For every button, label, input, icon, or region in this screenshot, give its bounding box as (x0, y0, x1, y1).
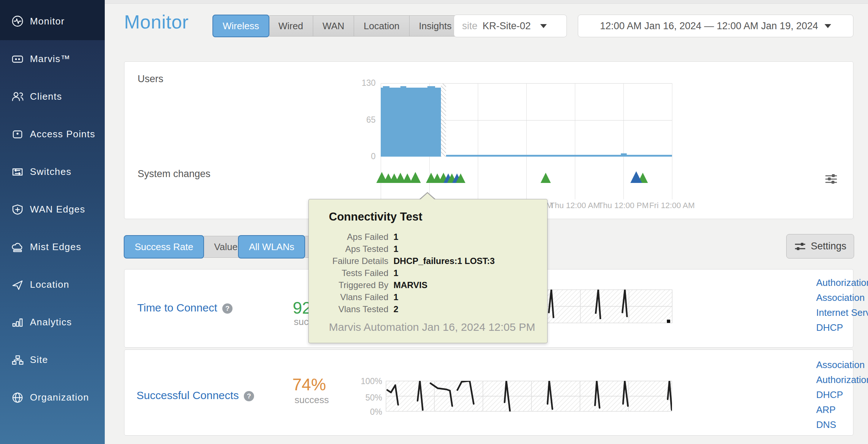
monitor-tab-group: WirelessWiredWANLocationInsights (213, 15, 461, 37)
tooltip-title: Connectivity Test (329, 210, 547, 223)
grid-line (623, 83, 624, 199)
metric-label[interactable]: DNS (816, 419, 836, 430)
users-bar (381, 88, 441, 157)
tab-wired[interactable]: Wired (269, 15, 313, 37)
users-bar-bump (383, 86, 389, 88)
toggle-success-rate[interactable]: Success Rate (124, 235, 204, 259)
system-change-marker-green[interactable] (456, 173, 465, 183)
tooltip-row-label: Aps Tested (309, 243, 388, 255)
metric-row-association: Association6% (816, 290, 868, 305)
tooltip-row-label: Triggered By (309, 279, 388, 291)
sidebar-item-label: Analytics (30, 317, 72, 328)
site-selector-value: KR-Site-02 (483, 20, 531, 32)
site-selector[interactable]: site KR-Site-02 (454, 15, 567, 37)
tab-location[interactable]: Location (354, 15, 409, 37)
date-range-selector[interactable]: 12:00 AM Jan 16, 2024 — 12:00 AM Jan 19,… (578, 15, 853, 37)
time-to-connect-link[interactable]: Time to Connect? (137, 302, 233, 314)
toggle-all-wlans[interactable]: All WLANs (238, 235, 305, 259)
sidebar-item-label: Monitor (30, 16, 65, 27)
tab-wan[interactable]: WAN (313, 15, 354, 37)
monitor-icon (11, 15, 24, 28)
system-changes-label: System changes (138, 168, 211, 180)
site-icon (11, 353, 24, 367)
y-axis-tick: 0 (350, 152, 376, 161)
location-icon (11, 278, 24, 291)
metric-label[interactable]: Association (816, 292, 865, 303)
x-axis-tick: Thu 12:00 PM (598, 201, 649, 210)
tooltip-row-label: Vlans Failed (309, 291, 388, 303)
successful-connects-sparkline[interactable] (386, 381, 672, 412)
users-chart[interactable]: 130650Tue 12:00 AMTue 12:00 PMWed 12:00 … (381, 83, 672, 199)
sidebar-item-clients[interactable]: Clients (0, 78, 105, 115)
system-change-marker-blue[interactable] (630, 171, 642, 183)
sidebar-item-label: Site (30, 354, 48, 365)
metric-label[interactable]: ARP (816, 404, 836, 416)
system-change-marker-green[interactable] (541, 173, 551, 183)
tab-wireless[interactable]: Wireless (212, 15, 269, 37)
chevron-down-icon (540, 24, 547, 28)
sidebar-item-monitor[interactable]: Monitor (0, 0, 105, 40)
tooltip-row-label: Aps Failed (309, 231, 388, 243)
successful-connects-value: 74% (292, 375, 326, 394)
sidebar-item-site[interactable]: Site (0, 341, 105, 379)
system-change-marker-green[interactable] (410, 172, 421, 183)
sidebar-item-marvis[interactable]: Marvis™ (0, 40, 105, 78)
sidebar-item-label: Marvis™ (30, 53, 70, 65)
date-range-value: 12:00 AM Jan 16, 2024 — 12:00 AM Jan 19,… (600, 20, 818, 32)
rate-toggle-group: Success RateValues (124, 236, 253, 258)
settings-button-label: Settings (811, 241, 846, 252)
sidebar-item-location[interactable]: Location (0, 266, 105, 303)
mist-edges-icon (11, 241, 24, 254)
x-axis-tick: Fri 12:00 AM (649, 201, 695, 210)
metric-row-authorization: Authorization< 1% (816, 372, 868, 387)
help-icon[interactable]: ? (244, 391, 254, 401)
sidebar: MonitorMarvis™ClientsAccess PointsSwitch… (0, 0, 105, 444)
connectivity-test-tooltip: Connectivity Test Aps Failed1Aps Tested1… (308, 199, 548, 343)
sidebar-item-wan-edges[interactable]: WAN Edges (0, 191, 105, 228)
metric-label[interactable]: Internet Services (816, 307, 868, 318)
spark-ytick-50: 50% (357, 393, 382, 403)
metric-row-dns: DNS< 1% (816, 417, 868, 432)
grid-line (672, 83, 672, 199)
users-flat-line (446, 155, 672, 157)
no-data-hatch (441, 83, 446, 157)
sidebar-item-mist-edges[interactable]: Mist Edges (0, 228, 105, 266)
tooltip-caret-fill (420, 193, 434, 199)
metric-label[interactable]: DHCP (816, 322, 843, 333)
metric-label[interactable]: Authorization (816, 374, 868, 386)
settings-button[interactable]: Settings (786, 234, 854, 259)
metric-row-dhcp: DHCP94% (816, 320, 868, 335)
metric-label[interactable]: Association (816, 359, 865, 371)
organization-icon (11, 391, 24, 404)
site-selector-prefix: site (462, 20, 477, 32)
metric-label[interactable]: DHCP (816, 389, 843, 401)
sidebar-item-organization[interactable]: Organization (0, 379, 105, 416)
grid-line (526, 83, 527, 199)
y-axis-tick: 130 (350, 78, 376, 88)
page-title: Monitor (124, 11, 189, 33)
metric-row-association: Association0% (816, 357, 868, 372)
grid-line (575, 83, 575, 199)
sidebar-item-label: WAN Edges (30, 204, 85, 215)
sidebar-item-label: Organization (30, 392, 89, 403)
help-icon[interactable]: ? (222, 303, 233, 314)
tooltip-row-label: Vlans Tested (309, 303, 388, 315)
successful-connects-link[interactable]: Successful Connects? (137, 389, 254, 402)
sliders-icon (794, 241, 806, 252)
tooltip-rows: Aps Failed1Aps Tested1Failure DetailsDHC… (309, 231, 547, 315)
tooltip-row-value: 1 (393, 231, 547, 243)
metric-label[interactable]: Authorization (816, 277, 868, 288)
sidebar-item-analytics[interactable]: Analytics (0, 303, 105, 341)
sidebar-item-switches[interactable]: Switches (0, 153, 105, 191)
successful-connects-panel: Successful Connects? 74% success 100% 50… (124, 349, 853, 436)
tooltip-row-value: 1 (393, 267, 547, 279)
sparkline-svg (386, 381, 672, 412)
sidebar-item-label: Switches (30, 166, 72, 177)
sidebar-item-label: Clients (30, 91, 62, 102)
wlan-toggle-group: All WLANs (238, 236, 316, 258)
tooltip-row-label: Tests Failed (309, 267, 388, 279)
users-panel: Users System changes 130650Tue 12:00 AMT… (124, 61, 853, 219)
sidebar-item-label: Mist Edges (30, 241, 81, 253)
chart-settings-sliders-icon[interactable] (825, 174, 838, 184)
sidebar-item-access-points[interactable]: Access Points (0, 115, 105, 153)
